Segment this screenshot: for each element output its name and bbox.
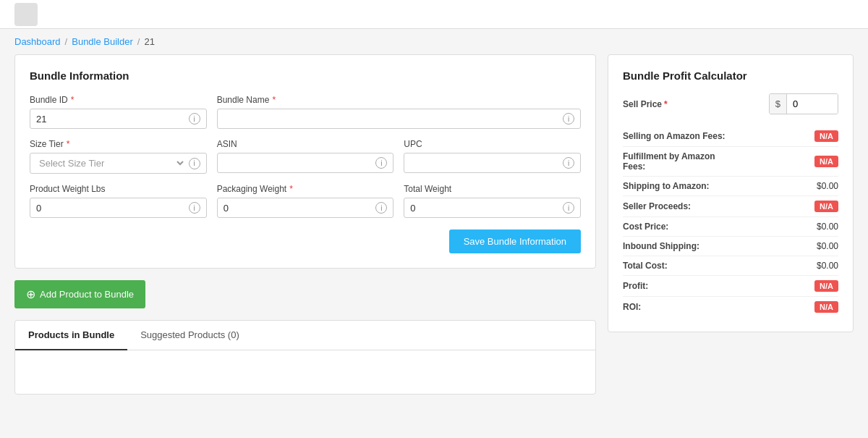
tabs-header: Products in Bundle Suggested Products (0… <box>15 321 595 350</box>
top-bar <box>0 0 868 29</box>
form-row-2: Size Tier * Select Size Tier Small Stand… <box>30 139 581 174</box>
asin-input[interactable] <box>224 158 373 169</box>
inbound-shipping-label: Inbound Shipping: <box>623 241 699 251</box>
bundle-name-input-wrapper[interactable]: i <box>217 109 581 129</box>
product-weight-group: Product Weight Lbs i <box>30 184 207 218</box>
calc-row-amazon-fees: Selling on Amazon Fees: N/A <box>623 126 838 147</box>
packaging-weight-required: * <box>289 184 293 194</box>
calc-row-fba-fees: Fulfillment by AmazonFees: N/A <box>623 147 838 177</box>
calc-row-roi: ROI: N/A <box>623 297 838 317</box>
product-weight-input-wrapper[interactable]: i <box>30 198 207 218</box>
upc-input[interactable] <box>410 158 560 169</box>
sell-price-required: * <box>664 99 668 109</box>
breadcrumb-current: 21 <box>144 36 154 47</box>
tabs-section: Products in Bundle Suggested Products (0… <box>14 320 596 395</box>
sell-price-label: Sell Price * <box>623 99 763 109</box>
bundle-name-info-icon[interactable]: i <box>563 113 574 125</box>
breadcrumb-sep-2: / <box>137 36 140 47</box>
total-cost-value: $0.00 <box>817 261 838 271</box>
add-product-row: ⊕ Add Product to Bundle <box>14 280 596 308</box>
sell-price-input-group[interactable]: $ <box>769 93 838 114</box>
bundle-name-required: * <box>272 95 276 105</box>
profit-calc-card: Bundle Profit Calculator Sell Price * $ … <box>608 54 854 332</box>
right-panel: Bundle Profit Calculator Sell Price * $ … <box>608 54 854 395</box>
size-tier-info-icon[interactable]: i <box>189 158 200 169</box>
calc-row-total-cost: Total Cost: $0.00 <box>623 256 838 276</box>
bundle-name-group: Bundle Name * i <box>217 95 581 129</box>
tab-suggested-products[interactable]: Suggested Products (0) <box>127 321 252 350</box>
roi-label: ROI: <box>623 302 641 312</box>
sell-price-dollar-sign: $ <box>770 94 787 114</box>
tab-products-in-bundle[interactable]: Products in Bundle <box>15 321 127 350</box>
shipping-amazon-label: Shipping to Amazon: <box>623 181 710 191</box>
calc-row-profit: Profit: N/A <box>623 276 838 297</box>
app-logo <box>14 3 38 26</box>
calc-row-seller-proceeds: Seller Proceeds: N/A <box>623 196 838 217</box>
seller-proceeds-label: Seller Proceeds: <box>623 201 691 211</box>
calc-row-cost-price: Cost Price: $0.00 <box>623 217 838 237</box>
bundle-name-input[interactable] <box>224 114 560 125</box>
sell-price-row: Sell Price * $ <box>623 93 838 114</box>
upc-label: UPC <box>404 139 581 149</box>
upc-group: UPC i <box>404 139 581 174</box>
bundle-id-required: * <box>71 95 75 105</box>
product-weight-info-icon[interactable]: i <box>189 202 200 214</box>
left-panel: Bundle Information Bundle ID * i <box>14 54 596 395</box>
amazon-fees-value: N/A <box>814 130 838 142</box>
packaging-weight-info-icon[interactable]: i <box>375 202 387 214</box>
asin-group: ASIN i <box>217 139 394 174</box>
total-cost-label: Total Cost: <box>623 261 668 271</box>
profit-calc-title: Bundle Profit Calculator <box>623 70 838 82</box>
breadcrumb: Dashboard / Bundle Builder / 21 <box>0 29 868 54</box>
bundle-id-input[interactable] <box>36 114 186 125</box>
roi-value: N/A <box>814 301 838 313</box>
upc-input-wrapper[interactable]: i <box>404 153 581 173</box>
total-weight-info-icon[interactable]: i <box>563 202 574 214</box>
tab-content <box>15 350 595 394</box>
cost-price-label: Cost Price: <box>623 222 668 232</box>
profit-value: N/A <box>814 280 838 292</box>
form-row-1: Bundle ID * i Bundle Name * <box>30 95 581 129</box>
size-tier-group: Size Tier * Select Size Tier Small Stand… <box>30 139 207 174</box>
asin-info-icon[interactable]: i <box>375 157 387 169</box>
save-btn-row: Save Bundle Information <box>30 229 581 253</box>
cost-price-value: $0.00 <box>817 222 838 232</box>
product-weight-label: Product Weight Lbs <box>30 184 207 194</box>
bundle-id-info-icon[interactable]: i <box>189 113 200 125</box>
breadcrumb-bundle-builder[interactable]: Bundle Builder <box>72 36 133 47</box>
calc-rows: Selling on Amazon Fees: N/A Fulfillment … <box>623 126 838 317</box>
product-weight-input[interactable] <box>36 203 186 214</box>
add-product-button[interactable]: ⊕ Add Product to Bundle <box>14 280 145 308</box>
size-tier-required: * <box>67 139 70 149</box>
calc-row-shipping-amazon: Shipping to Amazon: $0.00 <box>623 177 838 196</box>
profit-label: Profit: <box>623 281 648 291</box>
total-weight-input-wrapper[interactable]: i <box>404 198 581 218</box>
size-tier-select-wrapper[interactable]: Select Size Tier Small Standard Large St… <box>30 153 207 174</box>
amazon-fees-label: Selling on Amazon Fees: <box>623 131 726 141</box>
size-tier-select[interactable]: Select Size Tier Small Standard Large St… <box>36 157 186 169</box>
fba-fees-label: Fulfillment by AmazonFees: <box>623 151 715 172</box>
add-product-plus-icon: ⊕ <box>26 287 35 301</box>
asin-input-wrapper[interactable]: i <box>217 153 394 173</box>
packaging-weight-group: Packaging Weight * i <box>217 184 394 218</box>
sell-price-input[interactable] <box>787 94 838 114</box>
packaging-weight-input-wrapper[interactable]: i <box>217 198 394 218</box>
inbound-shipping-value: $0.00 <box>817 241 838 251</box>
bundle-id-input-wrapper[interactable]: i <box>30 109 207 129</box>
upc-info-icon[interactable]: i <box>563 157 574 169</box>
total-weight-label: Total Weight <box>404 184 581 194</box>
breadcrumb-dashboard[interactable]: Dashboard <box>14 36 61 47</box>
bundle-info-title: Bundle Information <box>30 70 581 82</box>
save-bundle-button[interactable]: Save Bundle Information <box>449 229 581 253</box>
asin-label: ASIN <box>217 139 394 149</box>
seller-proceeds-value: N/A <box>814 201 838 212</box>
fba-fees-value: N/A <box>814 156 838 167</box>
packaging-weight-input[interactable] <box>224 203 373 214</box>
packaging-weight-label: Packaging Weight * <box>217 184 394 194</box>
size-tier-label: Size Tier * <box>30 139 207 149</box>
main-layout: Bundle Information Bundle ID * i <box>0 54 868 409</box>
add-product-label: Add Product to Bundle <box>40 289 134 300</box>
total-weight-input[interactable] <box>410 203 560 214</box>
form-row-3: Product Weight Lbs i Packaging Weight * … <box>30 184 581 218</box>
bundle-name-label: Bundle Name * <box>217 95 581 105</box>
